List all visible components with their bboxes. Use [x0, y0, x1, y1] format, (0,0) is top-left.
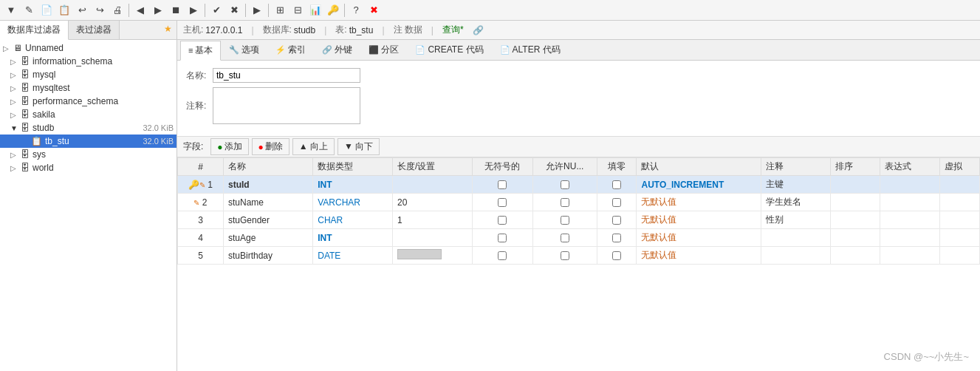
allownull-checkbox[interactable] — [561, 251, 569, 260]
toolbar-btn-close[interactable]: ✖ — [226, 2, 242, 18]
toolbar-sep-5 — [344, 4, 345, 17]
cell-sort-1 — [830, 194, 880, 211]
tab-index[interactable]: ⚡ 索引 — [267, 40, 314, 60]
cell-unsigned-4[interactable] — [472, 247, 532, 265]
add-field-btn[interactable]: ● 添加 — [210, 138, 248, 155]
form-comment-textarea[interactable] — [213, 87, 360, 124]
toolbar-btn-key[interactable]: 🔑 — [325, 2, 341, 18]
cell-allownull-2[interactable] — [532, 211, 597, 229]
toolbar-btn-chart[interactable]: 📊 — [307, 2, 323, 18]
del-field-btn[interactable]: ● 删除 — [252, 138, 289, 155]
fill-checkbox[interactable] — [612, 180, 621, 189]
cell-unsigned-0[interactable] — [472, 176, 532, 194]
allownull-checkbox[interactable] — [561, 198, 569, 207]
tree-item-mysqltest[interactable]: ▷ 🗄 mysqltest — [0, 81, 177, 95]
db-filter-tab[interactable]: 数据库过滤器 — [0, 21, 69, 40]
table-row[interactable]: 4stuAgeINT无默认值 — [178, 229, 980, 247]
cell-unsigned-1[interactable] — [472, 194, 532, 211]
tree-arrow-perf: ▷ — [10, 98, 21, 106]
unsigned-checkbox[interactable] — [498, 234, 507, 242]
tab-alter-code[interactable]: 📄 ALTER 代码 — [492, 40, 569, 60]
toolbar-btn-2[interactable]: ✎ — [21, 2, 37, 18]
tab-create-code[interactable]: 📄 CREATE 代码 — [407, 40, 491, 60]
tree-item-information-schema[interactable]: ▷ 🗄 information_schema — [0, 55, 177, 68]
tab-partition[interactable]: ⬛ 分区 — [360, 40, 407, 60]
up-field-btn[interactable]: ▲ 向上 — [292, 138, 335, 155]
th-default: 默认 — [637, 158, 761, 176]
fill-checkbox[interactable] — [612, 251, 621, 260]
cell-allownull-4[interactable] — [532, 247, 597, 265]
unsigned-checkbox[interactable] — [498, 198, 507, 207]
tree-label-studb: studb — [32, 123, 54, 133]
toolbar-btn-undo[interactable]: ↩ — [74, 2, 90, 18]
unsigned-checkbox[interactable] — [498, 216, 507, 225]
tree-label-tbstu: tb_stu — [45, 136, 69, 146]
fill-checkbox[interactable] — [612, 234, 621, 242]
cell-allownull-3[interactable] — [532, 229, 597, 247]
toolbar-btn-back[interactable]: ◀ — [132, 2, 148, 18]
toolbar-btn-redo[interactable]: ↪ — [92, 2, 108, 18]
allownull-checkbox[interactable] — [561, 180, 569, 189]
unsigned-checkbox[interactable] — [498, 180, 507, 189]
tree-item-sys[interactable]: ▷ 🗄 sys — [0, 148, 177, 161]
unsigned-checkbox[interactable] — [498, 251, 507, 260]
allownull-checkbox[interactable] — [561, 216, 569, 225]
tree-item-tbstu[interactable]: 📋 tb_stu 32.0 KiB — [0, 135, 177, 148]
down-field-btn[interactable]: ▼ 向下 — [337, 138, 380, 155]
topbar-sep3: | — [382, 25, 384, 35]
table-row[interactable]: 🔑✎ 1stuIdINTAUTO_INCREMENT主键 — [178, 176, 980, 194]
toolbar-btn-run[interactable]: ▶ — [249, 2, 265, 18]
table-filter-tab[interactable]: 表过滤器 — [69, 21, 120, 39]
table-row[interactable]: ✎ 2stuNameVARCHAR20无默认值学生姓名 — [178, 194, 980, 211]
toolbar-btn-x[interactable]: ✖ — [366, 2, 382, 18]
cell-fill-3[interactable] — [597, 229, 637, 247]
tab-label-index: 索引 — [288, 44, 306, 56]
tree-item-sakila[interactable]: ▷ 🗄 sakila — [0, 108, 177, 121]
toolbar-btn-check[interactable]: ✔ — [208, 2, 225, 18]
tab-fk[interactable]: 🔗 外键 — [314, 40, 360, 60]
th-type: 数据类型 — [313, 158, 393, 176]
tree-item-unnamed[interactable]: ▷ 🖥 Unnamed — [0, 41, 177, 55]
tree-label-info: information_schema — [32, 56, 112, 67]
cell-fill-0[interactable] — [597, 176, 637, 194]
cell-fill-1[interactable] — [597, 194, 637, 211]
tab-options[interactable]: 🔧 选项 — [221, 40, 267, 60]
up-label: ▲ 向上 — [299, 140, 328, 153]
cell-allownull-0[interactable] — [532, 176, 597, 194]
table-row[interactable]: 5stuBirthdayDATE无默认值 — [178, 247, 980, 265]
tab-icon-index: ⚡ — [275, 45, 286, 55]
tree-item-studb[interactable]: ▼ 🗄 studb 32.0 KiB — [0, 121, 177, 135]
toolbar-btn-1[interactable]: ▼ — [3, 2, 19, 18]
toolbar-btn-print[interactable]: 🖨 — [109, 2, 126, 18]
fill-checkbox[interactable] — [612, 216, 621, 225]
tree-icon-unnamed: 🖥 — [13, 43, 22, 53]
cell-fill-2[interactable] — [597, 211, 637, 229]
cell-fill-4[interactable] — [597, 247, 637, 265]
topbar-db-value: studb — [294, 25, 315, 35]
topbar-table-value: tb_stu — [349, 25, 374, 35]
toolbar-btn-table[interactable]: ⊟ — [289, 2, 306, 18]
cell-unsigned-2[interactable] — [472, 211, 532, 229]
toolbar-btn-play[interactable]: ▶ — [185, 2, 202, 18]
fill-checkbox[interactable] — [612, 198, 621, 207]
topbar-host: 主机: 127.0.0.1 — [183, 24, 242, 36]
tab-icon-partition: ⬛ — [369, 45, 379, 55]
cell-unsigned-3[interactable] — [472, 229, 532, 247]
toolbar-btn-grid[interactable]: ⊞ — [272, 2, 288, 18]
toolbar-btn-copy[interactable]: 📋 — [56, 2, 72, 18]
topbar-sep2: | — [324, 25, 326, 35]
toolbar-btn-fwd[interactable]: ▶ — [150, 2, 166, 18]
tree-item-world[interactable]: ▷ 🗄 world — [0, 161, 177, 174]
cell-allownull-1[interactable] — [532, 194, 597, 211]
toolbar-btn-new[interactable]: 📄 — [38, 2, 55, 18]
tab-basic[interactable]: ≡ 基本 — [180, 41, 221, 61]
topbar-query[interactable]: 查询* — [442, 24, 464, 36]
table-row[interactable]: 3stuGenderCHAR1无默认值性别 — [178, 211, 980, 229]
star-tab[interactable]: ★ — [160, 21, 177, 39]
tree-item-mysql[interactable]: ▷ 🗄 mysql — [0, 68, 177, 81]
allownull-checkbox[interactable] — [561, 234, 569, 242]
tree-item-perf[interactable]: ▷ 🗄 performance_schema — [0, 95, 177, 108]
form-name-input[interactable] — [213, 68, 360, 83]
toolbar-btn-help[interactable]: ? — [348, 2, 364, 18]
toolbar-btn-stop[interactable]: ⏹ — [168, 2, 184, 18]
